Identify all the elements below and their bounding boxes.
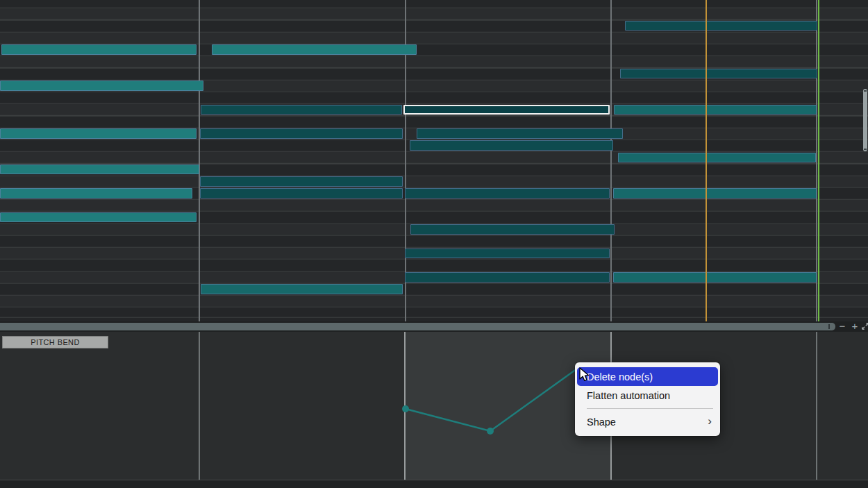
menu-item-delete-nodes[interactable]: Delete node(s)	[577, 367, 718, 386]
menu-item-label: Delete node(s)	[587, 371, 653, 382]
midi-note[interactable]	[405, 188, 610, 199]
mouse-cursor	[577, 367, 592, 383]
context-menu: Delete node(s)Flatten automationShape›	[575, 362, 720, 436]
midi-note[interactable]	[0, 188, 192, 199]
bottom-strip	[0, 480, 868, 488]
playhead-line[interactable]	[706, 0, 707, 321]
midi-note[interactable]	[200, 188, 403, 199]
midi-note[interactable]	[625, 21, 817, 31]
expand-icon[interactable]	[861, 322, 868, 330]
menu-item-flatten-automation[interactable]: Flatten automation	[575, 386, 720, 405]
midi-note[interactable]	[410, 140, 613, 151]
horizontal-scrollbar[interactable]	[0, 323, 835, 330]
midi-note[interactable]	[0, 128, 197, 139]
midi-note[interactable]	[614, 105, 817, 115]
vertical-scrollbar-thumb[interactable]	[863, 89, 867, 151]
midi-note[interactable]	[410, 224, 615, 235]
piano-roll-grid[interactable]	[0, 0, 868, 321]
beat-grid-line	[199, 0, 200, 321]
thumb-grip-mark	[864, 90, 867, 92]
midi-note[interactable]	[200, 128, 403, 139]
automation-lane[interactable]: PITCH BEND	[0, 332, 868, 480]
pitch-bend-curve[interactable]	[0, 332, 868, 480]
menu-item-label: Flatten automation	[587, 390, 670, 401]
midi-note[interactable]	[212, 44, 417, 55]
automation-node[interactable]	[487, 428, 494, 435]
automation-line[interactable]	[406, 367, 579, 431]
midi-note[interactable]	[0, 81, 203, 91]
beat-grid-line	[610, 0, 612, 321]
menu-item-shape[interactable]: Shape›	[575, 412, 720, 431]
midi-note[interactable]	[1, 44, 197, 55]
midi-note[interactable]	[405, 272, 610, 283]
timeline-scrollbar-area: − +	[0, 321, 868, 332]
midi-note[interactable]	[618, 153, 816, 163]
midi-note[interactable]	[613, 272, 817, 283]
end-marker-line[interactable]	[818, 0, 819, 321]
scrollbar-grip	[828, 324, 831, 329]
zoom-out-button[interactable]: −	[837, 321, 848, 332]
midi-note[interactable]	[620, 69, 817, 79]
midi-editor-window: − + PITCH BEND Delete node(s)Flatten aut…	[0, 0, 868, 488]
midi-note[interactable]	[613, 188, 817, 199]
midi-note-selected[interactable]	[403, 105, 610, 115]
menu-separator	[587, 408, 713, 409]
midi-note[interactable]	[405, 249, 610, 259]
automation-node[interactable]	[402, 405, 409, 412]
thumb-grip-mark	[864, 149, 867, 150]
midi-note[interactable]	[417, 128, 623, 139]
submenu-chevron-icon: ›	[708, 415, 712, 427]
midi-note[interactable]	[201, 105, 402, 115]
menu-item-label: Shape	[587, 417, 616, 428]
midi-note[interactable]	[200, 176, 403, 187]
midi-note[interactable]	[0, 212, 197, 223]
midi-note[interactable]	[0, 165, 199, 175]
zoom-in-button[interactable]: +	[849, 321, 860, 332]
pitch-bend-lane-button[interactable]: PITCH BEND	[2, 336, 108, 348]
midi-note[interactable]	[201, 284, 403, 294]
